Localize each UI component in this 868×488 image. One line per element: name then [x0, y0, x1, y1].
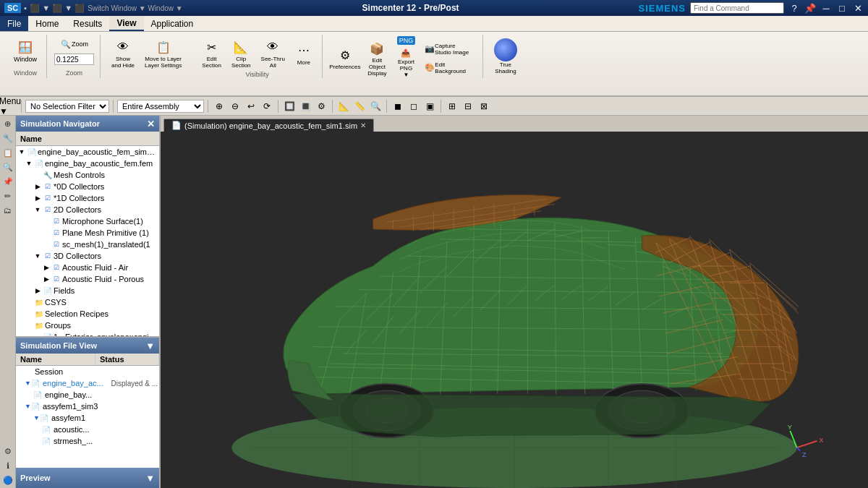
zoom-btn[interactable]: 🔍 Zoom — [56, 36, 92, 52]
more-visibility-btn[interactable]: ⋯ More — [292, 40, 316, 68]
tree-item-plane-mesh[interactable]: ☑ Plane Mesh Primitive (1) — [16, 227, 159, 239]
canvas-area[interactable]: X Y Z — [161, 132, 868, 488]
tree-item-2d-col[interactable]: ▼ ☑ 2D Collectors — [16, 204, 159, 215]
tree-item-csys[interactable]: 📁 CSYS — [16, 296, 159, 308]
tree-item-selection-recipes[interactable]: 📁 Selection Recipes — [16, 308, 159, 320]
tree-item-mic-surf[interactable]: ☑ Microphone Surface(1) — [16, 215, 159, 227]
tree-item-mesh-controls[interactable]: 🔧 Mesh Controls — [16, 169, 159, 181]
tree-item-0d-col[interactable]: ▶ ☑ *0D Collectors — [16, 181, 159, 192]
expand-0d[interactable]: ▶ — [33, 183, 42, 190]
toolbar-icon-11[interactable]: ◼ — [391, 99, 405, 114]
expand-fem[interactable]: ▼ — [25, 160, 33, 167]
show-hide-btn[interactable]: 👁 Showand Hide — [108, 36, 138, 71]
menu-file[interactable]: File — [0, 16, 28, 31]
tree-item-3d-col[interactable]: ▼ ☑ 3D Collectors — [16, 250, 159, 262]
file-item-assyfem1[interactable]: ▼ 📄 assyfem1 — [16, 412, 159, 424]
file-item-session[interactable]: Session — [16, 366, 159, 377]
sidebar-icon-6[interactable]: ✏ — [1, 189, 14, 202]
maximize-btn[interactable]: □ — [836, 3, 848, 14]
edit-background-btn[interactable]: 🎨 Edit Background — [421, 59, 477, 77]
file-item-engine-bay[interactable]: ▼ 📄 engine_bay_ac... Displayed & ... — [16, 377, 159, 389]
tree-item-acoustic-air[interactable]: ▶ ☑ Acoustic Fluid - Air — [16, 262, 159, 273]
preview-expand-btn[interactable]: ▼ — [145, 473, 155, 484]
toolbar-icon-2[interactable]: ⊖ — [228, 99, 242, 114]
engine-bay-expand[interactable]: ▼ — [25, 380, 31, 387]
toolbar-icon-8[interactable]: 📐 — [336, 99, 351, 114]
toolbar-icon-15[interactable]: ⊟ — [461, 99, 475, 114]
menu-results[interactable]: Results — [66, 16, 109, 31]
sidebar-icon-5[interactable]: 📌 — [1, 175, 14, 188]
tree-item-fem[interactable]: ▼ 📄 engine_bay_acoustic_fem.fem — [16, 158, 159, 169]
tree-item-exterior[interactable]: 📄 1 - Exterior_envelope::engine_b... — [16, 331, 159, 336]
toolbar-icon-6[interactable]: 🔳 — [298, 99, 312, 114]
tree-container[interactable]: ▼ 📄 engine_bay_acoustic_fem_sim1.sim ▼ 📄… — [16, 146, 159, 336]
minimize-btn[interactable]: ─ — [820, 3, 832, 14]
expand-fields[interactable]: ▶ — [33, 287, 42, 294]
file-item-strmesh[interactable]: 📄 strmesh_... — [16, 435, 159, 447]
expand-air[interactable]: ▶ — [42, 264, 51, 271]
clip-section-btn[interactable]: 📐 ClipSection — [228, 36, 255, 71]
toolbar-icon-5[interactable]: 🔲 — [282, 99, 297, 114]
expand-2d[interactable]: ▼ — [33, 206, 42, 213]
assy-expand[interactable]: ▼ — [25, 403, 31, 410]
sim-navigator-close-btn[interactable]: ✕ — [147, 119, 155, 129]
toolbar-icon-4[interactable]: ⟳ — [260, 99, 274, 114]
expand-3d[interactable]: ▼ — [33, 252, 42, 260]
capture-studio-btn[interactable]: 📷 Capture Studio Image — [421, 40, 477, 58]
file-item-acoustic[interactable]: 📄 acoustic... — [16, 424, 159, 435]
sidebar-icon-7[interactable]: 🗂 — [1, 204, 14, 217]
zoom-value-input[interactable] — [54, 53, 94, 65]
toolbar-icon-13[interactable]: ▣ — [422, 99, 437, 114]
export-png-btn[interactable]: 📤 ExportPNG ▼ — [394, 45, 418, 80]
assembly-select[interactable]: Entire Assembly — [117, 100, 204, 113]
toolbar-icon-1[interactable]: ⊕ — [212, 99, 226, 114]
toolbar-icon-10[interactable]: 🔍 — [368, 99, 383, 114]
tree-item-sc-mesh[interactable]: ☑ sc_mesh(1)_translated(1 — [16, 239, 159, 250]
toolbar-icon-14[interactable]: ⊞ — [445, 99, 459, 114]
edit-section-btn[interactable]: ✂ EditSection — [198, 36, 225, 71]
toolbar-icon-9[interactable]: 📏 — [352, 99, 367, 114]
preferences-btn[interactable]: ⚙ Preferences — [330, 44, 360, 72]
sidebar-icon-4[interactable]: 🔍 — [1, 160, 14, 174]
tree-item-1d-col[interactable]: ▶ ☑ *1D Collectors — [16, 192, 159, 204]
sidebar-icon-3[interactable]: 📋 — [1, 146, 14, 159]
toolbar-icon-7[interactable]: ⚙ — [314, 99, 328, 114]
sidebar-icon-bottom-2[interactable]: ℹ — [1, 459, 14, 472]
help-icon[interactable]: ? — [788, 3, 800, 14]
expand-1d[interactable]: ▶ — [33, 194, 42, 202]
window-btn[interactable]: 🪟 Window — [10, 36, 41, 65]
sidebar-icon-1[interactable]: ⊕ — [1, 117, 14, 130]
toolbar-icon-16[interactable]: ⊠ — [477, 99, 491, 114]
menu-home[interactable]: Home — [28, 16, 66, 31]
expand-porous[interactable]: ▶ — [42, 275, 51, 283]
sidebar-icon-bottom-3[interactable]: 🔵 — [1, 474, 14, 487]
menu-view[interactable]: View — [109, 16, 143, 31]
see-thru-btn[interactable]: 👁 See-ThruAll — [258, 36, 289, 71]
tree-item-root[interactable]: ▼ 📄 engine_bay_acoustic_fem_sim1.sim — [16, 146, 159, 158]
true-shading-btn[interactable]: TrueShading — [490, 36, 521, 77]
selection-filter-select[interactable]: No Selection Filter — [25, 100, 109, 113]
toolbar-icon-12[interactable]: ◻ — [407, 99, 421, 114]
assyfem1-expand[interactable]: ▼ — [33, 414, 40, 421]
menu-dropdown-btn[interactable]: Menu ▼ — [3, 99, 17, 114]
tree-item-groups[interactable]: 📁 Groups — [16, 320, 159, 331]
close-btn[interactable]: ✕ — [852, 3, 864, 14]
sidebar-icon-bottom-1[interactable]: ⚙ — [1, 445, 14, 458]
menu-application[interactable]: Application — [144, 16, 201, 31]
sidebar-icon-2[interactable]: 🔧 — [1, 132, 14, 145]
edit-object-display-btn[interactable]: 📦 Edit ObjectDisplay — [363, 38, 391, 79]
file-item-engine-bay-sub[interactable]: 📄 engine_bay... — [16, 389, 159, 401]
expand-root[interactable]: ▼ — [17, 148, 26, 155]
active-tab[interactable]: 📄 (Simulation) engine_bay_acoustic_fem_s… — [163, 119, 374, 132]
find-command-input[interactable] — [694, 4, 780, 12]
toolbar-icon-3[interactable]: ↩ — [244, 99, 258, 114]
tab-close-btn[interactable]: ✕ — [360, 121, 366, 129]
tree-item-acoustic-porous[interactable]: ▶ ☑ Acoustic Fluid - Porous — [16, 273, 159, 285]
move-to-layer-btn[interactable]: 📋 Move to LayerLayer Settings — [141, 36, 185, 71]
file-item-assy-fem1-sim3[interactable]: ▼ 📄 assyfem1_sim3 — [16, 401, 159, 412]
tree-item-fields[interactable]: ▶ 📄 Fields — [16, 285, 159, 296]
sim-file-expand-btn[interactable]: ▼ — [145, 341, 155, 351]
pin-icon[interactable]: 📌 — [804, 3, 816, 14]
title-search[interactable] — [690, 2, 784, 14]
file-tree[interactable]: Session ▼ 📄 engine_bay_ac... Displayed &… — [16, 366, 159, 468]
